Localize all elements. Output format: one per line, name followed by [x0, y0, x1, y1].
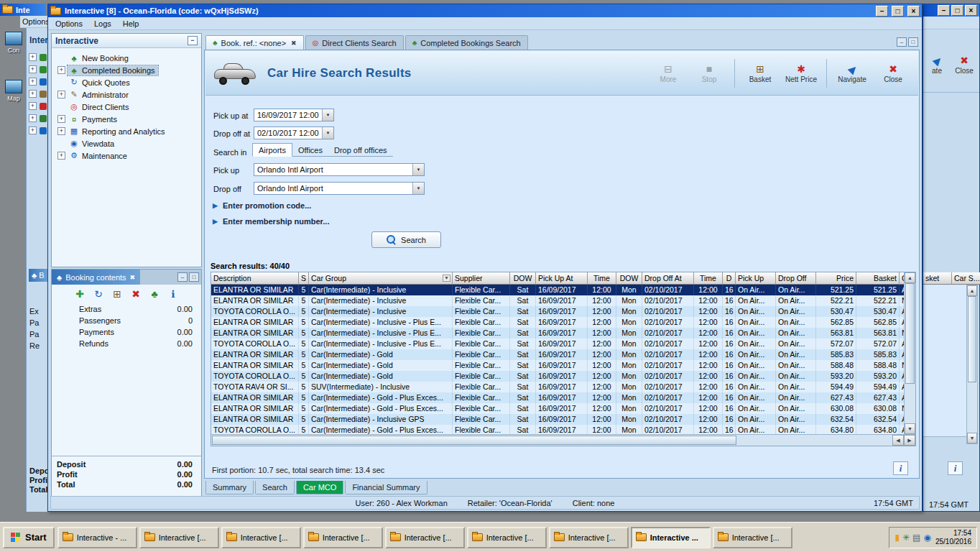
expand-icon[interactable]: + — [57, 115, 65, 123]
dropdown-icon[interactable]: ▼ — [412, 183, 424, 194]
taskbar-button[interactable]: Interactive [... — [549, 527, 629, 548]
table-row[interactable]: TOYOTA COROLLA O...5Car(Intermediate) - … — [211, 306, 904, 317]
scroll-up-icon[interactable]: ▲ — [967, 285, 977, 296]
taskbar-button[interactable]: Interactive [... — [221, 527, 301, 548]
expand-icon[interactable]: + — [57, 152, 65, 160]
minimize-icon[interactable]: – — [177, 272, 188, 282]
column-header[interactable]: Price — [816, 272, 856, 285]
taskbar-button[interactable]: Interactive - ... — [57, 527, 137, 548]
pickup-select[interactable]: Orlando Intl Airport ▼ — [254, 163, 425, 176]
ate-button[interactable]: ▶ate — [925, 55, 949, 75]
basket-button[interactable]: ⊞Basket — [741, 63, 780, 83]
table-row[interactable]: ELANTRA OR SIMILAR5Car(Intermediate) - G… — [211, 392, 904, 403]
close-button[interactable]: ✖Close — [952, 55, 976, 75]
vertical-scrollbar[interactable]: ▲ ▼ — [904, 272, 915, 434]
filter-icon[interactable]: ▼ — [443, 275, 450, 282]
column-header[interactable]: Basket — [856, 272, 900, 285]
table-row[interactable]: TOYOTA COROLLA O...5Car(Intermediate) - … — [211, 339, 904, 349]
taskbar-button[interactable]: Interactive ... — [631, 527, 711, 548]
add-icon[interactable]: ✚ — [74, 288, 86, 300]
expand-icon[interactable]: + — [57, 91, 65, 98]
bg-right-titlebar[interactable]: – □ × — [923, 4, 979, 17]
search-in-tab-airports[interactable]: Airports — [252, 143, 292, 157]
menu-item-options[interactable]: Options — [22, 17, 47, 26]
sidebar-item[interactable]: +⚙Maintenance — [52, 150, 201, 162]
start-button[interactable]: Start — [3, 527, 55, 548]
sidebar-item[interactable]: ◎Direct Clients — [52, 101, 201, 113]
nett-price-button[interactable]: ✱Nett Price — [782, 63, 820, 83]
booking-contents-tab[interactable]: ♣ Booking contents ✖ — [52, 270, 140, 285]
dropoff-select[interactable]: Orlando Intl Airport ▼ — [254, 182, 425, 195]
taskbar-button[interactable]: Interactive [... — [303, 527, 383, 548]
sidebar-item[interactable]: ↻Quick Quotes — [52, 76, 201, 88]
info-icon[interactable]: ℹ — [167, 288, 180, 300]
sidebar-item[interactable]: +✎Administrator — [52, 88, 201, 101]
bg-booking-tab[interactable]: ♣ B — [29, 269, 47, 282]
column-header[interactable]: Car S... — [952, 272, 980, 285]
taskbar-button[interactable]: Interactive [... — [385, 527, 465, 548]
taskbar-button[interactable]: Interactive [... — [467, 527, 547, 548]
column-header[interactable]: D — [723, 272, 736, 285]
volume-tray-icon[interactable]: ◉ — [923, 533, 930, 543]
scroll-left-icon[interactable]: ◀ — [892, 435, 904, 446]
column-header[interactable]: Pick Up At — [536, 272, 588, 285]
dropdown-icon[interactable]: ▼ — [322, 127, 333, 139]
bottom-tab-car-mco[interactable]: Car MCO — [296, 481, 343, 494]
scrollbar-thumb[interactable] — [968, 296, 976, 382]
table-row[interactable]: TOYOTA COROLLA O...5Car(Intermediate) - … — [211, 371, 904, 382]
search-in-tab-drop-off-offices[interactable]: Drop off offices — [328, 144, 393, 157]
search-in-tab-offices[interactable]: Offices — [292, 144, 328, 157]
scroll-up-icon[interactable]: ▲ — [905, 272, 915, 283]
scrollbar-track[interactable] — [905, 384, 915, 423]
dropoff-at-select[interactable]: 02/10/2017 12:00 ▼ — [254, 126, 334, 139]
table-row[interactable]: ELANTRA OR SIMILAR5Car(Intermediate) - I… — [211, 285, 904, 295]
scroll-down-icon[interactable]: ▼ — [967, 433, 977, 443]
desktop-icon[interactable]: Map — [1, 80, 26, 102]
close-button[interactable]: × — [965, 5, 977, 16]
scroll-right-icon[interactable]: ▶ — [904, 435, 915, 446]
minimize-button[interactable]: – — [938, 5, 950, 16]
sidebar-item[interactable]: ♣New Booking — [52, 52, 201, 64]
delete-icon[interactable]: ✖ — [130, 288, 142, 300]
scrollbar-thumb[interactable] — [212, 436, 736, 445]
column-header[interactable]: Car Group▼ — [309, 272, 453, 285]
maximize-icon[interactable]: □ — [908, 37, 918, 47]
info-button[interactable]: i — [948, 461, 963, 475]
menu-item-logs[interactable]: Logs — [94, 19, 111, 28]
table-row[interactable]: ELANTRA OR SIMILAR5Car(Intermediate) - I… — [211, 317, 904, 328]
main-tab[interactable]: ♣Book. ref.: <none>✖ — [205, 35, 304, 50]
column-header[interactable]: S — [299, 272, 309, 285]
menu-item-options[interactable]: Options — [55, 19, 83, 28]
table-row[interactable]: ELANTRA OR SIMILAR5Car(Intermediate) - I… — [211, 414, 904, 425]
table-row[interactable]: ELANTRA OR SIMILAR5Car(Intermediate) - G… — [211, 349, 904, 360]
column-header[interactable]: Description — [211, 272, 299, 285]
refresh-icon[interactable]: ↻ — [93, 288, 105, 300]
scrollbar-track[interactable] — [967, 382, 977, 433]
column-header[interactable]: Time — [694, 272, 723, 285]
table-row[interactable]: ELANTRA OR SIMILAR5Car(Intermediate) - I… — [211, 328, 904, 339]
close-button[interactable]: × — [907, 6, 920, 17]
collapse-icon[interactable]: − — [188, 36, 198, 45]
maximize-button[interactable]: □ — [951, 5, 963, 16]
scrollbar-thumb[interactable] — [905, 283, 915, 384]
column-header[interactable]: Supplier — [453, 272, 510, 285]
scroll-down-icon[interactable]: ▼ — [905, 423, 915, 434]
taskbar-button[interactable]: Interactive [... — [713, 527, 792, 548]
bottom-tab-search[interactable]: Search — [255, 481, 295, 494]
update-tray-icon[interactable]: ▮ — [895, 533, 900, 543]
printer-tray-icon[interactable]: ▤ — [912, 533, 920, 543]
pickup-at-select[interactable]: 16/09/2017 12:00 ▼ — [254, 109, 334, 121]
dropdown-icon[interactable]: ▼ — [412, 164, 424, 175]
column-header[interactable]: Drop Off — [776, 272, 816, 285]
sidebar-item[interactable]: +¤Payments — [52, 113, 201, 125]
expand-icon[interactable]: + — [57, 66, 65, 74]
column-header[interactable]: Time — [588, 272, 616, 285]
table-row[interactable]: ELANTRA OR SIMILAR5Car(Intermediate) - G… — [211, 403, 904, 414]
minimize-button[interactable]: – — [876, 6, 888, 17]
close-tab-icon[interactable]: ✖ — [130, 274, 136, 281]
close-button[interactable]: ✖Close — [874, 63, 912, 83]
bottom-tab-summary[interactable]: Summary — [205, 481, 254, 494]
membership-number-link[interactable]: ▶ Enter membership number... — [213, 217, 329, 226]
column-header[interactable]: Drop Off At — [642, 272, 694, 285]
basket-icon[interactable]: ⊞ — [111, 288, 124, 300]
